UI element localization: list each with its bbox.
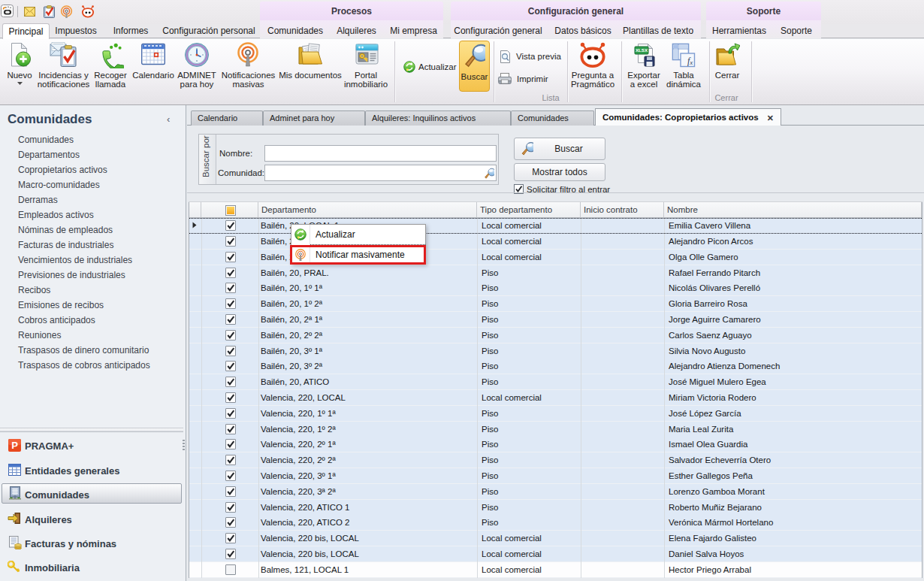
svg-text:P: P xyxy=(11,440,18,451)
svg-text:XLSX: XLSX xyxy=(636,47,648,53)
